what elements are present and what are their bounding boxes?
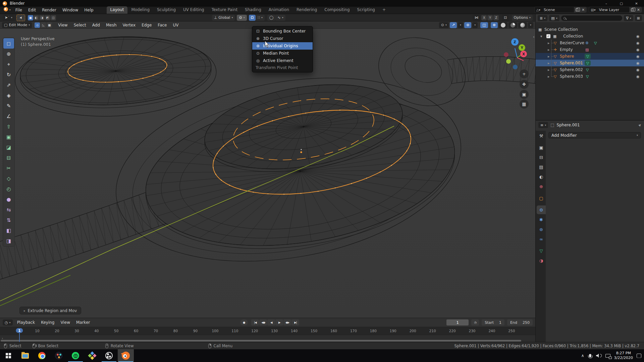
tab-animation[interactable]: Animation xyxy=(265,6,293,14)
timeline-menu-playback[interactable]: Playback xyxy=(14,319,38,326)
tab-shading[interactable]: Shading xyxy=(241,6,265,14)
view-layer-copy-button[interactable] xyxy=(629,7,635,12)
gizmo-dropdown[interactable]: ▾ xyxy=(458,22,463,28)
tab-rendering[interactable]: Rendering xyxy=(293,6,321,14)
hide-eye-icon[interactable]: ◉ xyxy=(636,41,640,45)
tool-smooth[interactable]: ● xyxy=(3,194,14,204)
properties-tab-tool[interactable]: ⚒ xyxy=(537,131,546,140)
taskbar-paint-app-button[interactable] xyxy=(84,349,100,362)
overlays-dropdown[interactable]: ▾ xyxy=(472,22,478,28)
properties-tab-world[interactable]: ⊕ xyxy=(537,182,546,191)
gizmo-toggle[interactable]: ↗ xyxy=(450,22,457,28)
pivot-menu-item-median-point[interactable]: ⊙Median Point xyxy=(252,50,313,57)
properties-tab-object[interactable]: ▢ xyxy=(537,194,546,202)
viewport-menu-uv[interactable]: UV xyxy=(170,21,181,29)
outliner-search-input[interactable] xyxy=(561,15,623,21)
hide-eye-icon[interactable]: ◉ xyxy=(636,68,640,72)
scene-selector[interactable]: △▾ Scene ✕ xyxy=(534,7,587,13)
tool-move[interactable]: ⌖ xyxy=(3,59,14,69)
timeline-menu-keying[interactable]: Keying xyxy=(38,319,57,326)
pin-icon[interactable]: ➤ xyxy=(637,122,643,128)
scene-copy-button[interactable] xyxy=(574,7,580,12)
properties-nav-dropdown[interactable]: ≡▾ xyxy=(538,122,548,128)
viewport-menu-add[interactable]: Add xyxy=(89,21,103,29)
tool-loop-cut[interactable]: ⊟ xyxy=(3,153,14,163)
previous-keyframe-button[interactable]: ◀◆ xyxy=(259,319,267,325)
filter-dropdown[interactable]: ∇▾ xyxy=(624,15,633,21)
timeline-scrollbar[interactable] xyxy=(1,340,521,342)
select-mode-difference[interactable]: ◩ xyxy=(45,15,50,20)
select-mode-new[interactable]: ▣ xyxy=(28,15,33,20)
mirror-axis-y[interactable]: Y xyxy=(487,15,493,20)
menu-window[interactable]: Window xyxy=(59,6,81,14)
outliner-row-scene-collection[interactable]: ▦Scene Collection xyxy=(536,26,644,33)
overlays-toggle[interactable]: ⊚ xyxy=(464,22,471,28)
axis-z-handle[interactable]: Z xyxy=(511,38,519,46)
tool-spin[interactable]: ◴ xyxy=(3,184,14,194)
timeline-ruler[interactable]: 1102030405060708090100110120130140150160… xyxy=(0,327,535,335)
playhead[interactable] xyxy=(19,333,20,342)
snap-dropdown[interactable]: ∷▾ xyxy=(256,15,265,21)
mode-dropdown[interactable]: ▢ Edit Mode ▾ xyxy=(2,22,32,28)
shading-wireframe-button[interactable]: ⊕ xyxy=(491,22,498,28)
hide-eye-icon[interactable]: ◉ xyxy=(636,54,640,59)
taskbar-chrome-button[interactable] xyxy=(34,349,50,362)
menu-render[interactable]: Render xyxy=(39,6,59,14)
tab-modeling[interactable]: Modeling xyxy=(127,6,153,14)
taskbar-file-explorer-button[interactable] xyxy=(17,349,33,362)
pivot-menu-item-active-element[interactable]: ◎Active Element xyxy=(252,57,313,64)
play-reverse-button[interactable]: ◀ xyxy=(267,319,275,325)
current-frame-field[interactable]: 1 xyxy=(446,319,469,325)
visibility-dropdown[interactable]: ⊙▾ xyxy=(439,22,449,28)
outliner-row-collection[interactable]: ▾✓▦Collection◉ xyxy=(536,33,644,40)
collection-checkbox[interactable]: ✓ xyxy=(546,34,550,38)
tab-uv-editing[interactable]: UV Editing xyxy=(179,6,208,14)
menu-edit[interactable]: Edit xyxy=(25,6,39,14)
tool-extrude-region[interactable]: ⇧ xyxy=(3,121,14,132)
select-mode-extend[interactable]: ◧ xyxy=(34,15,39,20)
tool-select-box[interactable]: ◻ xyxy=(3,38,14,49)
shading-material-button[interactable] xyxy=(508,22,517,28)
operator-panel[interactable]: ▸ Extrude Region and Mov xyxy=(19,307,81,314)
active-tool-indicator[interactable]: ➤ xyxy=(16,14,25,21)
tray-expand-icon[interactable]: ∧ xyxy=(581,353,584,358)
shading-solid-button[interactable] xyxy=(499,22,507,28)
scene-name[interactable]: Scene xyxy=(542,8,574,12)
view-layer-name[interactable]: View Layer xyxy=(597,8,629,12)
tool-rip-edge[interactable]: ◨ xyxy=(3,236,14,246)
camera-view-button[interactable]: ▣ xyxy=(520,90,529,99)
viewport-menu-view[interactable]: View xyxy=(55,21,70,29)
display-mode-dropdown[interactable]: ▤▾ xyxy=(549,15,559,21)
pivot-point-dropdown[interactable]: ⊙▾ xyxy=(237,15,247,21)
tool-rotate[interactable]: ↻ xyxy=(3,69,14,80)
taskbar-blender-button[interactable] xyxy=(118,349,134,362)
tool-cursor[interactable]: ⊕ xyxy=(3,49,14,59)
snap-toggle[interactable]: Ω xyxy=(249,15,256,21)
taskbar-spotify-button[interactable] xyxy=(67,349,84,362)
pan-button[interactable]: ✥ xyxy=(520,80,529,89)
action-center-icon[interactable] xyxy=(637,354,641,358)
next-keyframe-button[interactable]: ◆▶ xyxy=(283,319,291,325)
shading-dropdown[interactable]: ▾ xyxy=(528,22,533,28)
properties-tab-constraints[interactable]: ∞ xyxy=(537,235,546,243)
mirror-axis-z[interactable]: Z xyxy=(493,15,499,20)
select-mode-subtract[interactable]: ◨ xyxy=(39,15,45,20)
viewport-menu-face[interactable]: Face xyxy=(155,21,170,29)
taskbar-davinci-resolve-button[interactable] xyxy=(51,349,67,362)
xray-toggle[interactable]: ◫ xyxy=(480,22,488,28)
properties-tab-object-data[interactable]: ▽ xyxy=(537,246,546,255)
tab-scripting[interactable]: Scripting xyxy=(354,6,379,14)
tab-compositing[interactable]: Compositing xyxy=(321,6,353,14)
select-mode-edge[interactable]: ◺ xyxy=(41,22,46,28)
select-mode-face[interactable]: ■ xyxy=(47,22,52,28)
proportional-falloff-dropdown[interactable]: ∿▾ xyxy=(275,15,285,21)
close-button[interactable]: ✕ xyxy=(629,0,644,7)
properties-tab-material[interactable]: ◑ xyxy=(537,256,546,265)
blender-menu-icon[interactable]: ▾ xyxy=(2,6,12,14)
viewport-menu-select[interactable]: Select xyxy=(71,21,89,29)
snap-base-icon[interactable]: ⊡ xyxy=(502,15,509,21)
tool-measure[interactable]: ∠ xyxy=(3,111,14,121)
sidebar-collapse-icon[interactable]: ‹ xyxy=(533,34,535,39)
frame-start-field[interactable]: Start 1 xyxy=(482,319,504,325)
viewport-menu-mesh[interactable]: Mesh xyxy=(103,21,120,29)
